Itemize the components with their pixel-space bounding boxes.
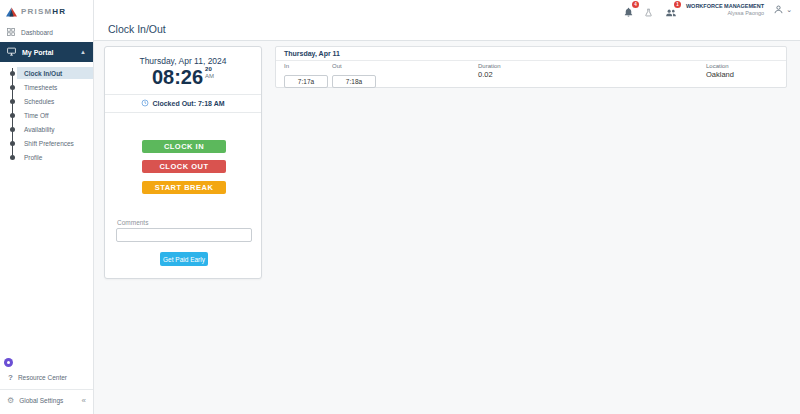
sidebar-item-profile[interactable]: Profile (0, 150, 93, 164)
sidebar-item-label: My Portal (22, 49, 54, 56)
notification-badge: 4 (632, 1, 639, 8)
sidebar-item-my-portal[interactable]: My Portal ▲ (0, 42, 93, 62)
out-time-group: Out (332, 63, 376, 88)
people-badge: 1 (674, 1, 681, 8)
current-time: 08:2620AM (105, 66, 261, 89)
tree-dot (10, 85, 15, 90)
timesheet-date-header: Thursday, Apr 11 (276, 47, 786, 61)
tree-dot (10, 127, 15, 132)
sidebar-item-time-off[interactable]: Time Off (0, 108, 93, 122)
chevron-up-icon: ▲ (80, 49, 86, 55)
notifications-bell-button[interactable]: 4 (623, 4, 635, 16)
people-icon-button[interactable]: 1 (665, 4, 677, 16)
out-label: Out (332, 63, 376, 69)
sidebar-item-timesheets[interactable]: Timesheets (0, 80, 93, 94)
beaker-icon-button[interactable] (644, 4, 656, 16)
main-content: Thursday, Apr 11, 2024 08:2620AM Clocked… (94, 41, 800, 414)
grid-icon (7, 28, 15, 37)
sidebar-item-availability[interactable]: Availability (0, 122, 93, 136)
time-seconds: 20 (205, 66, 214, 73)
resource-center-label: Resource Center (18, 374, 67, 381)
clock-status-text: Clocked Out: 7:18 AM (152, 100, 224, 107)
tree-dot (10, 71, 15, 76)
person-icon (773, 4, 784, 15)
page-title: Clock In/Out (108, 23, 166, 35)
beacon-badge[interactable] (4, 358, 13, 367)
clock-icon (141, 99, 149, 107)
location-group: Location Oakland (706, 63, 734, 79)
duration-value: 0.02 (478, 70, 501, 79)
comments-label: Comments (117, 219, 148, 226)
prismhr-logo[interactable]: PRISMHR (0, 0, 93, 22)
tree-dot (10, 141, 15, 146)
in-time-group: In (284, 63, 328, 88)
question-mark-icon: ? (8, 373, 13, 382)
sidebar-footer: ? Resource Center ⚙ Global Settings « (0, 358, 93, 414)
sidebar-item-clock-in-out[interactable]: Clock In/Out (0, 66, 93, 80)
logo-text: PRISMHR (21, 7, 66, 16)
sidebar-item-dashboard[interactable]: Dashboard (0, 22, 93, 42)
location-label: Location (706, 63, 734, 69)
timesheet-row: In Out Duration 0.02 Location Oakland (276, 61, 786, 88)
out-time-input[interactable] (332, 75, 376, 88)
topbar: 4 1 WORKFORCE MANAGEMENT Alyssa Paongo ⌄ (623, 2, 792, 17)
my-portal-subnav: Clock In/Out Timesheets Schedules Time O… (0, 62, 93, 166)
sidebar: PRISMHR Dashboard My Portal ▲ Clock In/O… (0, 0, 94, 414)
divider (105, 94, 261, 95)
location-value: Oakland (706, 70, 734, 79)
chevron-down-icon: ⌄ (786, 6, 792, 14)
gear-icon: ⚙ (7, 396, 14, 405)
collapse-sidebar-icon[interactable]: « (82, 396, 86, 405)
sidebar-item-schedules[interactable]: Schedules (0, 94, 93, 108)
timesheet-panel: Thursday, Apr 11 In Out Duration 0.02 Lo… (275, 46, 787, 88)
user-name: Alyssa Paongo (686, 10, 764, 17)
clock-status: Clocked Out: 7:18 AM (105, 99, 261, 107)
sidebar-item-shift-preferences[interactable]: Shift Preferences (0, 136, 93, 150)
monitor-icon (7, 47, 16, 57)
global-settings-label: Global Settings (19, 397, 63, 404)
tree-dot (10, 155, 15, 160)
start-break-button[interactable]: START BREAK (142, 181, 226, 194)
duration-label: Duration (478, 63, 501, 69)
clock-card-date: Thursday, Apr 11, 2024 (105, 56, 261, 66)
clock-in-button[interactable]: CLOCK IN (142, 140, 226, 153)
clock-card: Thursday, Apr 11, 2024 08:2620AM Clocked… (104, 46, 262, 279)
clock-out-button[interactable]: CLOCK OUT (142, 160, 226, 173)
tree-dot (10, 113, 15, 118)
company-selector[interactable]: WORKFORCE MANAGEMENT Alyssa Paongo (686, 3, 764, 16)
divider (105, 112, 261, 113)
header: 4 1 WORKFORCE MANAGEMENT Alyssa Paongo ⌄… (94, 0, 800, 41)
duration-group: Duration 0.02 (478, 63, 501, 79)
comments-input[interactable] (116, 228, 252, 242)
in-time-input[interactable] (284, 75, 328, 88)
prism-pyramid-icon (6, 3, 17, 21)
sidebar-item-label: Dashboard (21, 29, 53, 36)
company-name: WORKFORCE MANAGEMENT (686, 3, 764, 10)
tree-dot (10, 99, 15, 104)
app-window: PRISMHR Dashboard My Portal ▲ Clock In/O… (0, 0, 800, 414)
resource-center-button[interactable]: ? Resource Center (0, 370, 93, 384)
get-paid-early-button[interactable]: Get Paid Early (160, 252, 208, 266)
user-menu-button[interactable]: ⌄ (773, 4, 792, 15)
time-meridiem: AM (205, 73, 214, 80)
global-settings-button[interactable]: ⚙ Global Settings « (0, 390, 93, 410)
in-label: In (284, 63, 328, 69)
